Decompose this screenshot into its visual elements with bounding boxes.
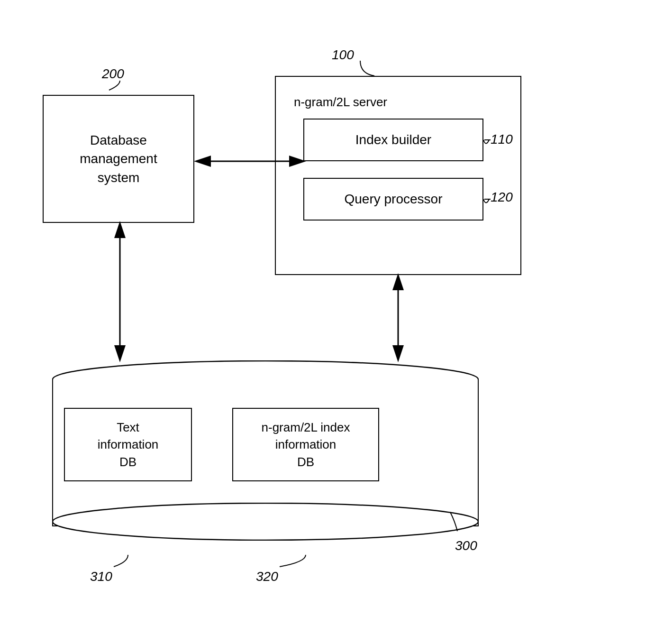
- server-title-label: n-gram/2L server: [294, 95, 387, 110]
- ref-320: 320: [256, 569, 278, 584]
- ref-200: 200: [102, 66, 124, 82]
- ngram-index-box: n-gram/2L indexinformationDB: [232, 408, 379, 481]
- text-info-box: TextinformationDB: [64, 408, 192, 481]
- query-processor-label: Query processor: [345, 192, 443, 207]
- ref-110: 110: [491, 132, 513, 147]
- dbms-label: Databasemanagementsystem: [80, 131, 157, 187]
- ref-120: 120: [491, 190, 513, 205]
- query-processor-box: Query processor: [303, 178, 483, 221]
- index-builder-label: Index builder: [355, 132, 431, 147]
- ngram-index-label: n-gram/2L indexinformationDB: [262, 419, 350, 470]
- svg-point-1: [53, 503, 478, 540]
- ref-310: 310: [90, 569, 112, 584]
- index-builder-box: Index builder: [303, 119, 483, 161]
- ref-100: 100: [332, 47, 354, 63]
- dbms-box: Databasemanagementsystem: [43, 95, 194, 223]
- cylinder-bottom-svg: [52, 503, 479, 541]
- text-info-label: TextinformationDB: [98, 419, 159, 470]
- ref-300: 300: [455, 538, 477, 553]
- diagram-container: n-gram/2L server Index builder Query pro…: [0, 0, 646, 644]
